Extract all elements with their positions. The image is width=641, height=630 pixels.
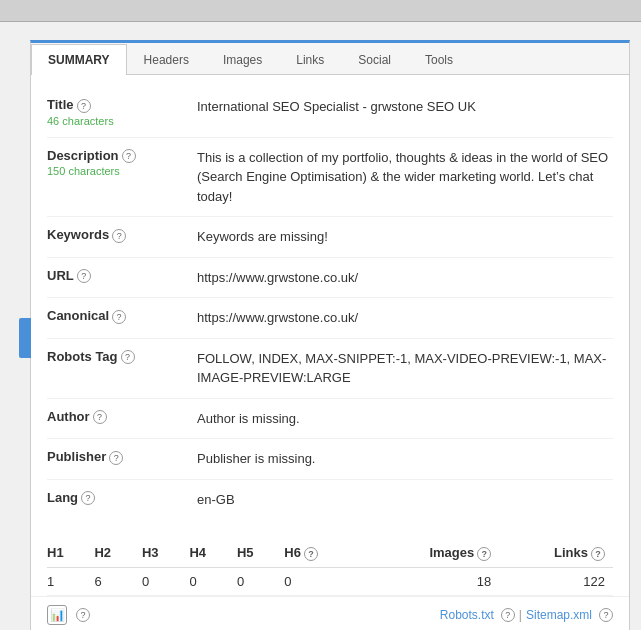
char-count-title: 46 characters bbox=[47, 115, 197, 127]
stats-header-h4: H4 bbox=[189, 539, 236, 567]
help-icon-robots[interactable]: ? bbox=[121, 350, 135, 364]
label-col-url: URL? bbox=[47, 268, 197, 284]
label-col-keywords: Keywords? bbox=[47, 227, 197, 243]
label-col-description: Description?150 characters bbox=[47, 148, 197, 178]
footer-links: Robots.txt?|Sitemap.xml? bbox=[440, 608, 613, 622]
label-text-author: Author bbox=[47, 409, 90, 424]
stats-header-h3: H3 bbox=[142, 539, 189, 567]
label-text-canonical: Canonical bbox=[47, 308, 109, 323]
stats-value-1: 6 bbox=[94, 567, 141, 595]
top-bar bbox=[0, 0, 641, 22]
help-icon-stat-links[interactable]: ? bbox=[591, 547, 605, 561]
stats-value-5: 0 bbox=[284, 567, 364, 595]
value-col-title: International SEO Specialist - grwstone … bbox=[197, 97, 613, 117]
help-icon-publisher[interactable]: ? bbox=[109, 451, 123, 465]
label-col-canonical: Canonical? bbox=[47, 308, 197, 324]
row-title: Title?46 charactersInternational SEO Spe… bbox=[47, 87, 613, 138]
label-text-url: URL bbox=[47, 268, 74, 283]
content-area: Title?46 charactersInternational SEO Spe… bbox=[31, 75, 629, 531]
value-col-url: https://www.grwstone.co.uk/ bbox=[197, 268, 613, 288]
blue-accent-bar bbox=[19, 318, 31, 358]
label-text-lang: Lang bbox=[47, 490, 78, 505]
row-publisher: Publisher?Publisher is missing. bbox=[47, 439, 613, 480]
stats-value-3: 0 bbox=[189, 567, 236, 595]
tab-links[interactable]: Links bbox=[279, 44, 341, 75]
tab-summary[interactable]: SUMMARY bbox=[31, 44, 127, 75]
stats-header-h1: H1 bbox=[47, 539, 94, 567]
stats-header-links: Links? bbox=[499, 539, 613, 567]
help-icon-description[interactable]: ? bbox=[122, 149, 136, 163]
value-col-author: Author is missing. bbox=[197, 409, 613, 429]
stats-header-h5: H5 bbox=[237, 539, 284, 567]
help-icon-lang[interactable]: ? bbox=[81, 491, 95, 505]
stats-table: H1H2H3H4H5H6?Images?Links?16000018122 bbox=[47, 539, 613, 596]
value-col-lang: en-GB bbox=[197, 490, 613, 510]
value-col-robots: FOLLOW, INDEX, MAX-SNIPPET:-1, MAX-VIDEO… bbox=[197, 349, 613, 388]
browser-frame: SUMMARYHeadersImagesLinksSocialTools Tit… bbox=[0, 0, 641, 630]
help-icon-author[interactable]: ? bbox=[93, 410, 107, 424]
tab-images[interactable]: Images bbox=[206, 44, 279, 75]
row-canonical: Canonical?https://www.grwstone.co.uk/ bbox=[47, 298, 613, 339]
footer-row: 📊?Robots.txt?|Sitemap.xml? bbox=[31, 596, 629, 630]
stats-value-6: 18 bbox=[365, 567, 500, 595]
stats-value-2: 0 bbox=[142, 567, 189, 595]
tab-bar: SUMMARYHeadersImagesLinksSocialTools bbox=[31, 43, 629, 75]
row-robots: Robots Tag?FOLLOW, INDEX, MAX-SNIPPET:-1… bbox=[47, 339, 613, 399]
label-col-author: Author? bbox=[47, 409, 197, 425]
row-lang: Lang?en-GB bbox=[47, 480, 613, 520]
tab-headers[interactable]: Headers bbox=[127, 44, 206, 75]
char-count-description: 150 characters bbox=[47, 165, 197, 177]
label-text-title: Title bbox=[47, 97, 74, 112]
row-keywords: Keywords?Keywords are missing! bbox=[47, 217, 613, 258]
label-col-robots: Robots Tag? bbox=[47, 349, 197, 365]
row-author: Author?Author is missing. bbox=[47, 399, 613, 440]
tab-social[interactable]: Social bbox=[341, 44, 408, 75]
help-icon-footer[interactable]: ? bbox=[76, 608, 90, 622]
label-col-lang: Lang? bbox=[47, 490, 197, 506]
label-text-robots: Robots Tag bbox=[47, 349, 118, 364]
label-col-title: Title?46 characters bbox=[47, 97, 197, 127]
stats-header-h2: H2 bbox=[94, 539, 141, 567]
stats-value-7: 122 bbox=[499, 567, 613, 595]
stats-value-0: 1 bbox=[47, 567, 94, 595]
footer-separator: | bbox=[519, 608, 522, 622]
footer-link-robots-txt[interactable]: Robots.txt bbox=[440, 608, 494, 622]
footer-link-sitemap-xml[interactable]: Sitemap.xml bbox=[526, 608, 592, 622]
label-text-keywords: Keywords bbox=[47, 227, 109, 242]
label-col-publisher: Publisher? bbox=[47, 449, 197, 465]
help-icon-title[interactable]: ? bbox=[77, 99, 91, 113]
stats-section: H1H2H3H4H5H6?Images?Links?16000018122 bbox=[31, 539, 629, 596]
label-text-publisher: Publisher bbox=[47, 449, 106, 464]
help-icon-robots-txt[interactable]: ? bbox=[501, 608, 515, 622]
help-icon-stat-images[interactable]: ? bbox=[477, 547, 491, 561]
stats-header-h6: H6? bbox=[284, 539, 364, 567]
row-description: Description?150 charactersThis is a coll… bbox=[47, 138, 613, 218]
stats-header-images: Images? bbox=[365, 539, 500, 567]
row-url: URL?https://www.grwstone.co.uk/ bbox=[47, 258, 613, 299]
chart-icon[interactable]: 📊 bbox=[47, 605, 67, 625]
tab-tools[interactable]: Tools bbox=[408, 44, 470, 75]
label-text-description: Description bbox=[47, 148, 119, 163]
value-col-canonical: https://www.grwstone.co.uk/ bbox=[197, 308, 613, 328]
help-icon-canonical[interactable]: ? bbox=[112, 310, 126, 324]
help-icon-stat-h6[interactable]: ? bbox=[304, 547, 318, 561]
help-icon-keywords[interactable]: ? bbox=[112, 229, 126, 243]
panel: SUMMARYHeadersImagesLinksSocialTools Tit… bbox=[30, 40, 630, 630]
stats-value-4: 0 bbox=[237, 567, 284, 595]
help-icon-sitemap-xml[interactable]: ? bbox=[599, 608, 613, 622]
value-col-publisher: Publisher is missing. bbox=[197, 449, 613, 469]
value-col-description: This is a collection of my portfolio, th… bbox=[197, 148, 613, 207]
value-col-keywords: Keywords are missing! bbox=[197, 227, 613, 247]
help-icon-url[interactable]: ? bbox=[77, 269, 91, 283]
